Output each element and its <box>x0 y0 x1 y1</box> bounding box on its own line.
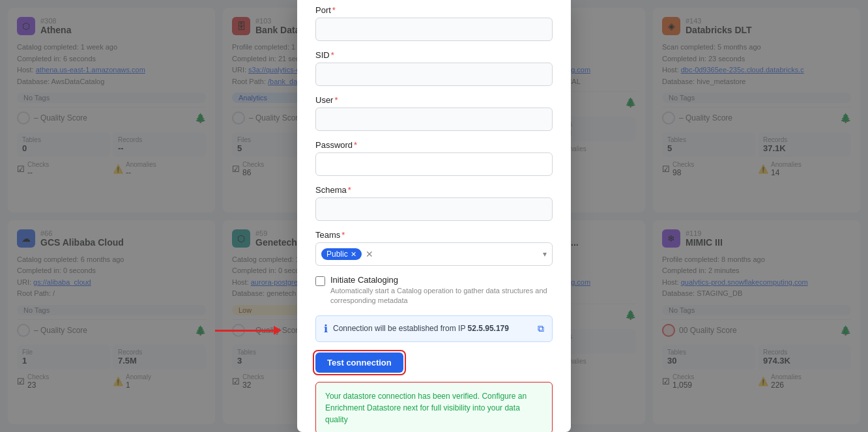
initiate-cataloging-row: Initiate Cataloging Automatically start … <box>315 275 553 306</box>
port-label: Port * <box>315 5 553 15</box>
initiate-cataloging-text: Initiate Cataloging Automatically start … <box>330 275 553 306</box>
sid-label: SID * <box>315 50 553 60</box>
schema-input[interactable] <box>315 197 553 221</box>
required-indicator: * <box>348 185 351 195</box>
teams-tag-remove[interactable]: ✕ <box>351 250 356 259</box>
sid-group: SID * <box>315 50 553 86</box>
test-connection-wrapper: Test connection <box>315 353 553 373</box>
teams-chevron-icon[interactable]: ▾ <box>543 250 547 259</box>
user-group: User * <box>315 95 553 131</box>
required-indicator: * <box>354 140 357 150</box>
success-banner: Your datastore connection has been verif… <box>315 382 553 432</box>
port-group: Port * <box>315 5 553 41</box>
password-input[interactable] <box>315 152 553 176</box>
page: ⬡ #308 Athena Catalog completed: 1 week … <box>0 0 868 432</box>
teams-clear-icon[interactable]: ✕ <box>366 249 373 259</box>
schema-label: Schema * <box>315 185 553 195</box>
initiate-cataloging-checkbox[interactable] <box>315 276 325 286</box>
teams-tag-public: Public ✕ <box>321 248 362 260</box>
sid-input[interactable] <box>315 63 553 86</box>
required-indicator: * <box>341 230 345 240</box>
test-connection-button[interactable]: Test connection <box>315 353 403 373</box>
connection-modal: Port * SID * User * Password * <box>297 0 571 432</box>
arrow-indicator <box>215 326 282 335</box>
required-indicator: * <box>334 95 338 105</box>
arrow-line <box>215 330 274 332</box>
copy-icon[interactable]: ⧉ <box>538 323 544 334</box>
password-group: Password * <box>315 140 553 176</box>
initiate-cataloging-label: Initiate Cataloging <box>330 275 553 285</box>
ip-info-banner: ℹ Connection will be established from IP… <box>315 315 553 342</box>
required-indicator: * <box>332 5 336 15</box>
required-indicator: * <box>331 50 334 60</box>
port-input[interactable] <box>315 18 553 41</box>
initiate-cataloging-desc: Automatically start a Catalog operation … <box>330 286 553 306</box>
schema-group: Schema * <box>315 185 553 221</box>
teams-label: Teams * <box>315 230 553 240</box>
teams-group: Teams * Public ✕ ✕ ▾ <box>315 230 553 266</box>
password-label: Password * <box>315 140 553 150</box>
info-icon: ℹ <box>324 323 328 335</box>
success-text: Your datastore connection has been verif… <box>325 390 543 425</box>
user-input[interactable] <box>315 108 553 131</box>
teams-select[interactable]: Public ✕ ✕ ▾ <box>315 242 553 266</box>
user-label: User * <box>315 95 553 105</box>
ip-info-text: Connection will be established from IP 5… <box>333 324 532 333</box>
arrow-head <box>274 326 282 335</box>
